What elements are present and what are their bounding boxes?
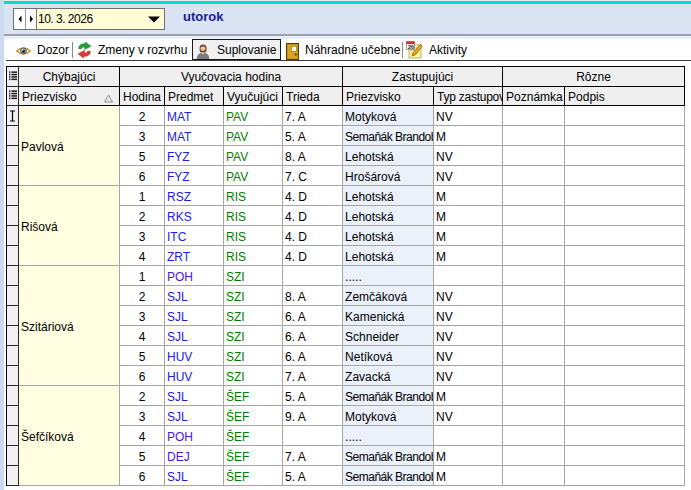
- svg-text:26: 26: [408, 44, 414, 50]
